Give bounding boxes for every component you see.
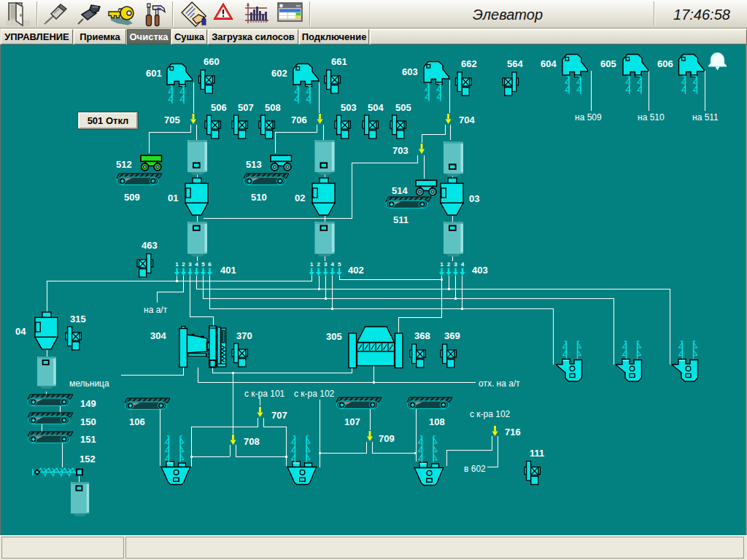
svg-text:отх. на а/т: отх. на а/т xyxy=(479,378,520,389)
svg-text:402: 402 xyxy=(348,265,364,276)
svg-text:на а/т: на а/т xyxy=(144,305,168,315)
svg-text:3: 3 xyxy=(324,261,328,268)
svg-text:605: 605 xyxy=(600,58,616,69)
svg-text:704: 704 xyxy=(459,114,475,125)
svg-text:5: 5 xyxy=(201,261,205,268)
svg-text:606: 606 xyxy=(657,58,673,69)
svg-text:1: 1 xyxy=(175,261,179,268)
svg-text:150: 150 xyxy=(80,416,96,427)
svg-text:504: 504 xyxy=(368,102,384,113)
svg-text:662: 662 xyxy=(461,58,477,69)
svg-text:1: 1 xyxy=(440,261,444,268)
svg-text:4: 4 xyxy=(461,261,465,268)
svg-text:564: 564 xyxy=(507,58,523,69)
svg-text:709: 709 xyxy=(379,433,395,444)
svg-text:315: 315 xyxy=(70,314,86,324)
svg-text:4: 4 xyxy=(195,261,198,268)
svg-text:601: 601 xyxy=(146,68,162,79)
svg-text:с к-ра 102: с к-ра 102 xyxy=(294,389,335,399)
svg-text:151: 151 xyxy=(80,434,96,445)
svg-text:511: 511 xyxy=(393,214,409,225)
svg-text:в 602: в 602 xyxy=(464,464,486,474)
svg-text:368: 368 xyxy=(414,330,430,341)
svg-text:на 510: на 510 xyxy=(638,112,665,122)
svg-text:501 Откл: 501 Откл xyxy=(88,115,129,126)
svg-text:1: 1 xyxy=(310,261,314,268)
svg-text:6: 6 xyxy=(208,261,212,268)
svg-text:107: 107 xyxy=(344,416,360,427)
svg-text:с к-ра 101: с к-ра 101 xyxy=(244,389,285,399)
svg-text:2: 2 xyxy=(317,261,320,268)
svg-text:369: 369 xyxy=(444,330,460,341)
svg-text:305: 305 xyxy=(326,331,342,342)
svg-text:463: 463 xyxy=(142,240,158,251)
svg-text:603: 603 xyxy=(402,66,418,77)
svg-text:707: 707 xyxy=(271,410,287,421)
svg-text:149: 149 xyxy=(80,398,96,409)
svg-text:661: 661 xyxy=(331,56,347,67)
svg-text:02: 02 xyxy=(295,192,305,203)
svg-text:03: 03 xyxy=(469,193,479,204)
svg-text:106: 106 xyxy=(129,416,145,427)
svg-text:514: 514 xyxy=(392,185,408,196)
svg-text:503: 503 xyxy=(341,102,357,113)
svg-text:602: 602 xyxy=(271,68,287,79)
svg-text:304: 304 xyxy=(150,330,166,341)
svg-text:108: 108 xyxy=(429,416,445,427)
svg-text:01: 01 xyxy=(168,192,178,203)
svg-text:152: 152 xyxy=(80,454,96,464)
svg-text:3: 3 xyxy=(454,261,457,268)
svg-text:мельница: мельница xyxy=(69,378,109,389)
svg-text:2: 2 xyxy=(182,261,185,268)
svg-text:на 511: на 511 xyxy=(692,112,719,122)
svg-text:2: 2 xyxy=(447,261,451,268)
svg-text:705: 705 xyxy=(164,114,180,125)
svg-text:509: 509 xyxy=(124,192,140,203)
svg-text:507: 507 xyxy=(238,102,254,113)
svg-text:510: 510 xyxy=(251,192,267,203)
svg-text:508: 508 xyxy=(265,102,281,113)
svg-text:на 509: на 509 xyxy=(575,112,602,122)
svg-text:401: 401 xyxy=(220,265,236,276)
svg-text:513: 513 xyxy=(246,159,262,170)
svg-text:706: 706 xyxy=(291,114,307,125)
svg-text:5: 5 xyxy=(338,261,341,268)
svg-text:512: 512 xyxy=(116,159,132,170)
svg-text:708: 708 xyxy=(244,436,260,447)
svg-text:04: 04 xyxy=(15,326,26,337)
svg-text:370: 370 xyxy=(236,330,252,341)
svg-text:4: 4 xyxy=(330,261,334,268)
svg-text:716: 716 xyxy=(505,427,521,438)
svg-text:403: 403 xyxy=(472,265,488,276)
svg-text:506: 506 xyxy=(211,102,227,113)
svg-text:111: 111 xyxy=(530,448,544,459)
svg-text:505: 505 xyxy=(395,102,411,113)
svg-text:660: 660 xyxy=(204,56,220,67)
svg-text:с к-ра 102: с к-ра 102 xyxy=(470,409,511,419)
svg-text:3: 3 xyxy=(188,261,192,268)
svg-text:604: 604 xyxy=(541,58,557,69)
svg-text:703: 703 xyxy=(392,145,409,156)
